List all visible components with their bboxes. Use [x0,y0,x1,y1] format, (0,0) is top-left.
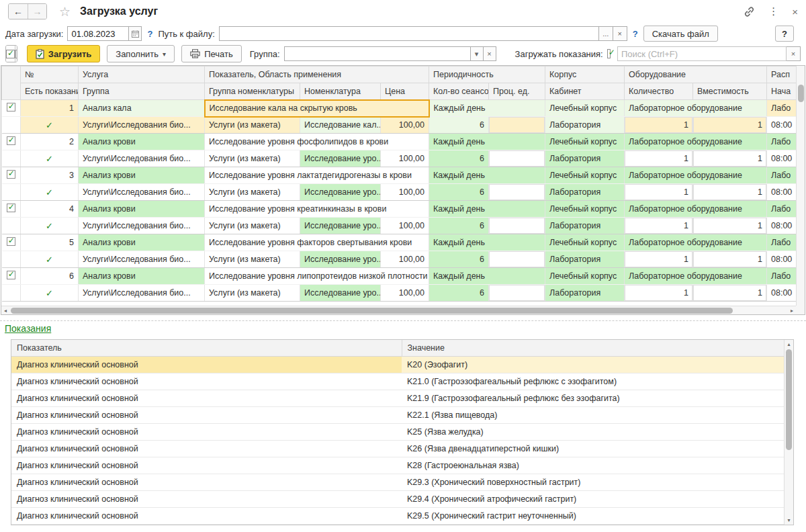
cell-price[interactable]: 100,00 [381,285,429,302]
check-all-button[interactable] [6,46,15,62]
cell-schedule[interactable]: Лабо [767,268,798,285]
cell-quantity[interactable]: 1 [625,218,693,234]
cell-schedule[interactable]: Лабо [767,134,798,150]
group-dropdown-button[interactable]: ▾ [471,46,484,61]
scroll-down-icon[interactable]: ▾ [785,517,793,523]
cell-capacity[interactable]: 1 [693,117,767,134]
cell-nomenclature[interactable]: Исследование уро... [300,218,381,234]
cell-service[interactable]: Анализ крови [79,234,205,251]
cell-cabinet[interactable]: Лаборатория [545,285,625,302]
cell-indicator[interactable]: Исследование кала на скрытую кровь [205,100,429,117]
cell-has-indications[interactable]: ✓ [21,251,79,268]
cell-has-indications[interactable]: ✓ [21,150,79,167]
cell-nomenclature[interactable]: Исследование уро... [300,285,381,302]
cell-schedule[interactable]: Лабо [767,201,798,218]
cell-group[interactable]: Услуги\Исследования био... [79,285,205,302]
cell-building[interactable]: Лечебный корпус [545,201,625,218]
indications-vertical-scrollbar-thumb[interactable] [786,349,792,450]
scroll-left-icon[interactable]: ◂ [1,308,9,314]
cell-select[interactable] [2,234,21,251]
cell-nomenclature[interactable]: Исследование кал... [300,117,381,134]
cell-proc-unit[interactable] [489,150,545,167]
cell-quantity[interactable]: 1 [625,184,693,201]
cell-indicator-value[interactable]: K22.1 (Язва пищевода) [402,406,785,423]
cell-sessions[interactable]: 6 [429,285,489,302]
cell-service[interactable]: Анализ крови [79,268,205,285]
path-help-icon[interactable]: ? [633,29,638,39]
cell-nomenclature-group[interactable]: Услуги (из макета) [205,184,300,201]
cell-start[interactable]: 08:00 [767,117,798,134]
cell-cabinet[interactable]: Лаборатория [545,251,625,268]
path-browse-button[interactable]: ... [599,26,613,41]
cell-indicator-name[interactable]: Диагноз клинический основной [11,490,402,507]
path-clear-button[interactable]: × [613,26,627,41]
path-input[interactable] [219,26,599,41]
cell-nomenclature[interactable]: Исследование уро... [300,184,381,201]
cell-capacity[interactable]: 1 [693,218,767,234]
load-button[interactable]: Загрузить [27,45,100,62]
section-splitter[interactable] [0,320,806,321]
cell-start[interactable]: 08:00 [767,218,798,234]
cell-nomenclature-group[interactable]: Услуги (из макета) [205,150,300,167]
cell-cabinet[interactable]: Лаборатория [545,117,625,134]
date-input[interactable] [67,26,129,41]
cell-group[interactable]: Услуги\Исследования био... [79,251,205,268]
cell-periodicity[interactable]: Каждый день [429,201,545,218]
cell-indicator-name[interactable]: Диагноз клинический основной [11,356,402,373]
cell-indicator-name[interactable]: Диагноз клинический основной [11,390,402,406]
calendar-icon[interactable] [129,26,142,41]
cell-nomenclature-group[interactable]: Услуги (из макета) [205,251,300,268]
cell-service[interactable]: Анализ крови [79,167,205,184]
load-indications-checkbox[interactable] [607,49,611,58]
cell-quantity[interactable]: 1 [625,251,693,268]
cell-schedule[interactable]: Лабо [767,234,798,251]
cell-has-indications[interactable]: ✓ [21,218,79,234]
uncheck-all-button[interactable] [15,46,17,62]
services-vertical-scrollbar[interactable] [796,66,805,306]
cell-indicator-name[interactable]: Диагноз клинический основной [11,373,402,390]
row-checkbox[interactable] [7,204,15,212]
cell-indicator-name[interactable]: Диагноз клинический основной [11,474,402,490]
cell-sessions[interactable]: 6 [429,117,489,134]
cell-group[interactable]: Услуги\Исследования био... [79,218,205,234]
cell-schedule[interactable]: Лабо [767,167,798,184]
print-button[interactable]: Печать [181,45,242,62]
scroll-up-icon[interactable]: ▴ [785,341,793,347]
cell-cabinet[interactable]: Лаборатория [545,218,625,234]
cell-indicator-value[interactable]: K29.3 (Хронический поверхностный гастрит… [402,474,785,490]
cell-periodicity[interactable]: Каждый день [429,167,545,184]
cell-indicator-name[interactable]: Диагноз клинический основной [11,406,402,423]
cell-equipment[interactable]: Лабораторное оборудование [625,201,767,218]
group-input[interactable] [284,46,471,61]
cell-service[interactable]: Анализ крови [79,134,205,150]
cell-indicator-name[interactable]: Диагноз клинический основной [11,423,402,440]
cell-equipment[interactable]: Лабораторное оборудование [625,234,767,251]
cell-quantity[interactable]: 1 [625,150,693,167]
row-checkbox[interactable] [7,271,15,279]
cell-service[interactable]: Анализ крови [79,201,205,218]
cell-indicator-value[interactable]: K21.9 (Гастроэзофагеальный рефлюкс без э… [402,390,785,406]
copy-link-icon[interactable] [744,6,755,17]
cell-capacity[interactable]: 1 [693,285,767,302]
services-horizontal-scrollbar-thumb[interactable] [11,308,733,314]
cell-price[interactable]: 100,00 [381,251,429,268]
cell-proc-unit[interactable] [489,117,545,134]
cell-indicator[interactable]: Исследование уровня фосфолипидов в крови [205,134,429,150]
cell-capacity[interactable]: 1 [693,150,767,167]
cell-nomenclature[interactable]: Исследование уро... [300,150,381,167]
cell-start[interactable]: 08:00 [767,150,798,167]
cell-equipment[interactable]: Лабораторное оборудование [625,134,767,150]
cell-indicator[interactable]: Исследование уровня креатинкиназы в кров… [205,201,429,218]
cell-price[interactable]: 100,00 [381,117,429,134]
scroll-right-icon[interactable]: ▸ [788,308,796,314]
cell-equipment[interactable]: Лабораторное оборудование [625,100,767,117]
cell-indicator-name[interactable]: Диагноз клинический основной [11,507,402,524]
cell-has-indications[interactable]: ✓ [21,285,79,302]
cell-periodicity[interactable]: Каждый день [429,100,545,117]
date-help-icon[interactable]: ? [147,29,152,39]
cell-nomenclature[interactable]: Исследование уро... [300,251,381,268]
indications-vertical-scrollbar[interactable]: ▴ ▾ [784,340,793,525]
cell-group[interactable]: Услуги\Исследования био... [79,150,205,167]
cell-proc-unit[interactable] [489,218,545,234]
cell-indicator-name[interactable]: Диагноз клинический основной [11,457,402,474]
